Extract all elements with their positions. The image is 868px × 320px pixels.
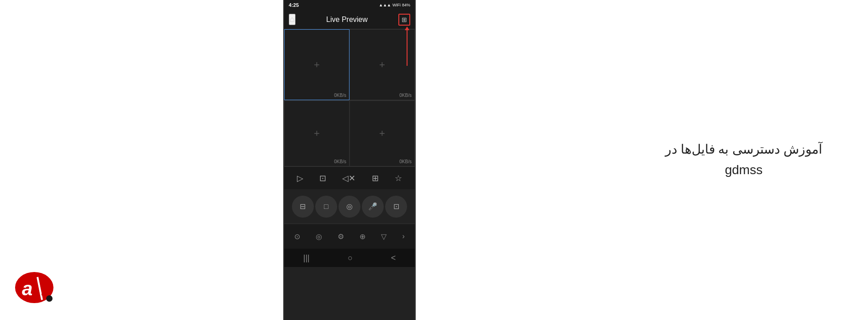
location-button[interactable]: ⊕ [358,230,367,243]
grid-view-button[interactable]: ⊞ [398,14,410,26]
speed-label-1: 0KB/s [334,93,346,98]
app-header: ⌂ Live Preview ⊞ [284,10,415,29]
camera-cell-3[interactable]: + 0KB/s [284,101,349,166]
toolbar-row: ▷ ⊡ ◁✕ ⊞ ☆ [284,166,415,189]
add-camera-icon-4: + [379,128,385,139]
status-icons: ▲▲▲ WiFi 84% [379,3,410,7]
navigation-bar: ||| ○ < [284,249,415,267]
channels-button[interactable]: ⊟ [292,196,314,218]
more-button[interactable]: › [401,230,407,242]
gallery-button[interactable]: ⊡ [317,171,328,186]
grid-button[interactable]: ⊞ [370,171,381,186]
svg-text:a: a [22,278,32,299]
speed-label-2: 0KB/s [399,93,412,98]
annotation-line1: آموزش دسترسی به فایل‌ها در [665,139,822,160]
app-title: Live Preview [326,16,368,24]
add-camera-icon-2: + [379,60,385,70]
record-button[interactable]: □ [315,196,337,218]
add-camera-icon-1: + [314,60,320,70]
focus-button[interactable]: ◎ [314,230,324,243]
main-content: + 0KB/s + 0KB/s + 0KB/s + 0KB/s ▷ ⊡ ◁✕ [284,29,415,320]
nav-menu-button[interactable]: ||| [294,251,319,265]
nav-back-button[interactable]: < [382,251,405,265]
speed-label-3: 0KB/s [334,159,346,164]
camera-cell-4[interactable]: + 0KB/s [349,101,415,166]
channels-icon: ⊟ [300,202,306,211]
camera-cell-1[interactable]: + 0KB/s [284,29,349,100]
action-buttons-row: ⊟ □ ◎ 🎤 ⊡ [284,189,415,224]
annotation-line2: gdmss [665,160,822,181]
camera-grid-bottom: + 0KB/s + 0KB/s [284,100,415,166]
battery-text: 84% [402,3,410,7]
bottom-controls-row: ⊙ ◎ ⚙ ⊕ ▽ › [284,224,415,249]
record-icon: □ [324,203,328,211]
microphone-icon: 🎤 [368,202,377,211]
signal-icon: ▲▲▲ [379,3,391,7]
wifi-icon: WiFi [392,3,401,7]
snapshot-button[interactable]: ◎ [339,196,360,218]
dropdown-button[interactable]: ▽ [379,230,388,243]
microphone-button[interactable]: 🎤 [362,196,384,218]
logo-container: a P [14,270,69,306]
favorite-button[interactable]: ☆ [392,171,404,186]
phone-mockup: 4:25 ▲▲▲ WiFi 84% ⌂ Live Preview ⊞ + 0KB… [283,0,416,320]
nav-home-button[interactable]: ○ [339,251,362,265]
alp-logo: a P [14,270,69,304]
speed-label-4: 0KB/s [399,159,412,164]
camera-cell-2[interactable]: + 0KB/s [349,29,415,100]
svg-point-4 [46,295,53,302]
config-button[interactable]: ⚙ [336,230,346,243]
extra-icon: ⊡ [393,202,399,211]
annotation-container: آموزش دسترسی به فایل‌ها در gdmss [665,139,822,181]
mute-button[interactable]: ◁✕ [340,171,358,186]
camera-grid-top: + 0KB/s + 0KB/s [284,29,415,100]
red-arrow-annotation [407,29,408,66]
home-button[interactable]: ⌂ [289,14,296,25]
add-camera-icon-3: + [314,128,320,139]
status-bar: 4:25 ▲▲▲ WiFi 84% [284,0,415,10]
extra-button[interactable]: ⊡ [385,196,407,218]
settings-button[interactable]: ⊙ [292,230,302,243]
status-time: 4:25 [289,2,299,8]
play-button[interactable]: ▷ [295,171,306,186]
snapshot-icon: ◎ [346,202,353,211]
